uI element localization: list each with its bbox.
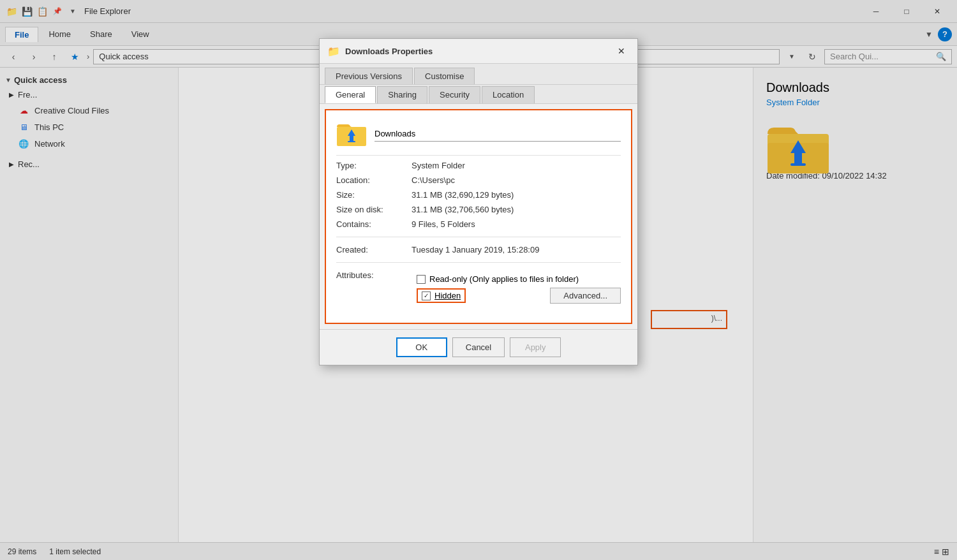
- contains-row: Contains: 9 Files, 5 Folders: [336, 219, 621, 229]
- cancel-button[interactable]: Cancel: [452, 337, 505, 357]
- dialog-folder-icon: 📁: [327, 45, 340, 57]
- dialog-footer: OK Cancel Apply: [320, 329, 637, 365]
- readonly-checkbox[interactable]: [417, 275, 426, 284]
- svg-rect-6: [348, 141, 355, 142]
- attributes-controls: Read-only (Only applies to files in fold…: [412, 270, 621, 307]
- attributes-label: Attributes:: [336, 270, 406, 307]
- size-value: 31.1 MB (32,690,129 bytes): [412, 190, 514, 200]
- tab-sharing[interactable]: Sharing: [377, 86, 427, 103]
- contains-label: Contains:: [336, 219, 406, 229]
- dialog-tab-row-bottom: General Sharing Security Location: [320, 85, 637, 104]
- dialog-title: Downloads Properties: [345, 47, 608, 56]
- readonly-checkbox-wrapper[interactable]: Read-only (Only applies to files in fold…: [417, 274, 579, 284]
- size-on-disk-value: 31.1 MB (32,706,560 bytes): [412, 205, 514, 214]
- location-row: Location: C:\Users\pc: [336, 175, 621, 185]
- size-row: Size: 31.1 MB (32,690,129 bytes): [336, 190, 621, 200]
- created-row: Created: Tuesday 1 January 2019, 15:28:0…: [336, 245, 621, 254]
- readonly-attr-row: Read-only (Only applies to files in fold…: [412, 274, 621, 284]
- location-label: Location:: [336, 175, 406, 185]
- divider-1: [336, 155, 621, 156]
- ok-button[interactable]: OK: [396, 337, 447, 357]
- advanced-button[interactable]: Advanced...: [550, 288, 621, 304]
- divider-3: [336, 262, 621, 263]
- dialog-overlay: 📁 Downloads Properties ✕ Previous Versio…: [0, 0, 957, 560]
- size-on-disk-label: Size on disk:: [336, 205, 406, 214]
- type-row: Type: System Folder: [336, 161, 621, 170]
- apply-button[interactable]: Apply: [510, 337, 561, 357]
- hidden-checkbox-wrapper[interactable]: Hidden: [417, 288, 466, 303]
- hidden-label: Hidden: [434, 291, 461, 300]
- divider-2: [336, 237, 621, 237]
- readonly-label: Read-only (Only applies to files in fold…: [429, 274, 579, 284]
- created-label: Created:: [336, 245, 406, 254]
- hidden-checkbox[interactable]: [422, 291, 431, 300]
- tab-previous-versions[interactable]: Previous Versions: [325, 68, 413, 84]
- tab-customise[interactable]: Customise: [414, 68, 475, 84]
- dialog-content: Type: System Folder Location: C:\Users\p…: [325, 109, 632, 324]
- dialog-folder-header: [336, 121, 621, 147]
- dialog-tabs: Previous Versions Customise General Shar…: [320, 64, 637, 104]
- tab-security[interactable]: Security: [429, 86, 480, 103]
- type-value: System Folder: [412, 161, 465, 170]
- tab-general[interactable]: General: [325, 86, 376, 103]
- size-label: Size:: [336, 190, 406, 200]
- downloads-properties-dialog: 📁 Downloads Properties ✕ Previous Versio…: [319, 38, 638, 365]
- dialog-tab-row-top: Previous Versions Customise: [320, 64, 637, 85]
- dialog-title-bar: 📁 Downloads Properties ✕: [320, 39, 637, 64]
- hidden-attr-row: Hidden Advanced...: [412, 288, 621, 304]
- contains-value: 9 Files, 5 Folders: [412, 219, 475, 229]
- dialog-folder-icon-small: [336, 121, 367, 147]
- type-label: Type:: [336, 161, 406, 170]
- location-value: C:\Users\pc: [412, 175, 455, 185]
- tab-location[interactable]: Location: [482, 86, 535, 103]
- folder-name-input[interactable]: [375, 126, 621, 142]
- attributes-row: Attributes: Read-only (Only applies to f…: [336, 270, 621, 307]
- size-on-disk-row: Size on disk: 31.1 MB (32,706,560 bytes): [336, 205, 621, 214]
- created-value: Tuesday 1 January 2019, 15:28:09: [412, 245, 539, 254]
- dialog-close-button[interactable]: ✕: [613, 44, 630, 58]
